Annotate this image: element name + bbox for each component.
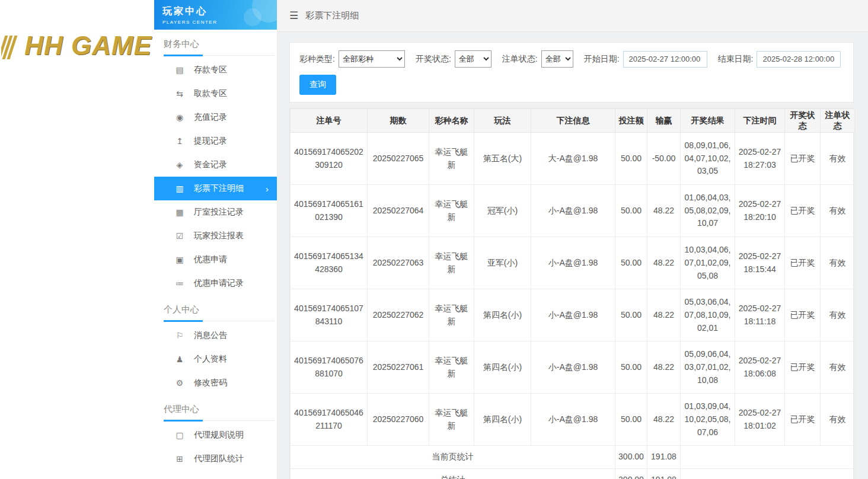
table-row: 401569174065202309120 20250227065 幸运飞艇新 … [291, 133, 855, 185]
cell-win: -50.00 [647, 133, 681, 185]
sidebar-item-withdraw[interactable]: 取款专区 [154, 82, 277, 106]
sidebar-item-player-bet-report[interactable]: 玩家投注报表 [154, 224, 277, 248]
user-icon [174, 355, 185, 364]
bet-status-select[interactable]: 全部 [541, 50, 573, 68]
cell-amount: 50.00 [615, 185, 647, 237]
col-header-amount: 投注额 [615, 109, 647, 133]
sidebar-item-promo-apply-records[interactable]: 优惠申请记录 [154, 272, 277, 295]
hall-record-icon [174, 207, 185, 217]
cell-win: 48.22 [647, 237, 681, 289]
col-header-period: 期数 [368, 109, 429, 133]
page-title: 彩票下注明细 [305, 10, 359, 21]
cell-draw-status: 已开奖 [785, 341, 821, 394]
col-header-time: 下注时间 [735, 109, 785, 133]
sidebar-item-announcements[interactable]: 消息公告 [154, 324, 277, 347]
cell-time: 2025-02-27 18:11:18 [735, 289, 785, 341]
cell-period: 20250227060 [368, 394, 429, 446]
end-date-label: 结束日期: [718, 54, 754, 65]
gear-icon [174, 378, 185, 388]
funds-icon [174, 160, 185, 170]
sidebar-item-label: 消息公告 [194, 330, 227, 341]
logo-area: HH GAME [0, 0, 154, 479]
cell-play: 第四名(小) [474, 341, 531, 394]
recharge-icon [174, 113, 185, 122]
cell-lottery: 幸运飞艇新 [429, 133, 474, 185]
sidebar-item-promo-apply[interactable]: 优惠申请 [154, 248, 277, 272]
cell-bet-status: 有效 [821, 237, 855, 289]
sidebar-item-hall-bet-records[interactable]: 厅室投注记录 [154, 200, 277, 224]
filter-row: 彩种类型: 全部彩种 开奖状态: 全部 注单状态: 全部 开始日期: 结束日期: [299, 50, 844, 68]
cell-period: 20250227061 [368, 341, 429, 394]
cell-result: 05,03,06,04,07,08,10,09,02,01 [681, 289, 735, 341]
promo-record-icon [174, 279, 185, 288]
cell-bet-info: 小-A盘@1.98 [531, 341, 615, 394]
sidebar-item-recharge-records[interactable]: 充值记录 [154, 106, 277, 129]
table-row: 401569174065134428360 20250227063 幸运飞艇新 … [291, 237, 855, 289]
cell-bet-no: 401569174065107843110 [291, 289, 368, 341]
col-header-result: 开奖结果 [681, 109, 735, 133]
cell-time: 2025-02-27 18:15:44 [735, 237, 785, 289]
deposit-icon [174, 65, 185, 75]
cell-period: 20250227062 [368, 289, 429, 341]
current-page-summary-row: 当前页统计 300.00 191.08 [291, 446, 855, 469]
draw-status-select[interactable]: 全部 [455, 50, 492, 68]
sidebar-item-agent-team-stats[interactable]: 代理团队统计 [154, 447, 277, 471]
sidebar-item-label: 代理团队统计 [194, 454, 244, 464]
bet-status-label: 注单状态: [502, 54, 538, 65]
cell-bet-status: 有效 [821, 341, 855, 394]
bets-table: 注单号 期数 彩种名称 玩法 下注信息 投注额 输赢 开奖结果 下注时间 开奖状… [290, 108, 855, 479]
cell-period: 20250227064 [368, 185, 429, 237]
cell-play: 亚军(小) [474, 237, 531, 289]
end-date-input[interactable] [757, 51, 841, 68]
lottery-type-select[interactable]: 全部彩种 [339, 50, 405, 68]
sidebar-item-deposit[interactable]: 存款专区 [154, 58, 277, 82]
col-header-win: 输赢 [647, 109, 681, 133]
start-date-input[interactable] [623, 51, 707, 68]
cell-lottery: 幸运飞艇新 [429, 185, 474, 237]
sidebar-item-lottery-bet-details[interactable]: 彩票下注明细 › [154, 177, 277, 200]
cell-bet-no: 401569174065046211170 [291, 394, 368, 446]
sidebar-item-label: 个人资料 [194, 354, 227, 365]
sidebar-item-change-password[interactable]: 修改密码 [154, 371, 277, 395]
cashout-icon [174, 136, 185, 146]
cell-play: 冠军(小) [474, 185, 531, 237]
cell-time: 2025-02-27 18:27:03 [735, 133, 785, 185]
summary-win: 191.08 [647, 446, 681, 469]
cell-win: 48.22 [647, 394, 681, 446]
cell-bet-status: 有效 [821, 289, 855, 341]
cell-play: 第四名(小) [474, 394, 531, 446]
cell-bet-no: 401569174065134428360 [291, 237, 368, 289]
summary-empty [681, 446, 855, 469]
cell-period: 20250227063 [368, 237, 429, 289]
cell-draw-status: 已开奖 [785, 289, 821, 341]
section-label-personal: 个人中心 [154, 295, 277, 315]
summary-label: 总统计 [291, 469, 615, 479]
cell-draw-status: 已开奖 [785, 185, 821, 237]
sidebar-header: 玩家中心 PLAYERS CENTER [154, 0, 277, 30]
cell-lottery: 幸运飞艇新 [429, 394, 474, 446]
sidebar-item-profile[interactable]: 个人资料 [154, 347, 277, 371]
filter-panel: 彩种类型: 全部彩种 开奖状态: 全部 注单状态: 全部 开始日期: 结束日期:… [289, 42, 854, 103]
col-header-bet-info: 下注信息 [531, 109, 615, 133]
menu-toggle-icon[interactable]: ☰ [289, 9, 298, 22]
sidebar-item-label: 彩票下注明细 [194, 183, 244, 194]
lottery-detail-icon [174, 184, 185, 193]
sidebar-item-agent-rules[interactable]: 代理规则说明 [154, 423, 277, 447]
topbar: ☰ 彩票下注明细 [277, 0, 868, 32]
cell-bet-status: 有效 [821, 185, 855, 237]
table-row: 401569174065107843110 20250227062 幸运飞艇新 … [291, 289, 855, 341]
col-header-bet-no: 注单号 [291, 109, 368, 133]
search-button[interactable]: 查询 [299, 75, 336, 95]
cell-period: 20250227065 [368, 133, 429, 185]
sidebar-item-funds-records[interactable]: 资金记录 [154, 153, 277, 177]
summary-empty [681, 469, 855, 479]
logo-icon [1, 31, 15, 60]
cell-draw-status: 已开奖 [785, 133, 821, 185]
summary-win: 191.08 [647, 469, 681, 479]
cell-amount: 50.00 [615, 133, 647, 185]
sidebar-item-label: 优惠申请记录 [194, 278, 244, 289]
cell-amount: 50.00 [615, 341, 647, 394]
sidebar-item-cashout-records[interactable]: 提现记录 [154, 129, 277, 153]
cell-play: 第五名(大) [474, 133, 531, 185]
site-logo: HH GAME [1, 31, 154, 60]
